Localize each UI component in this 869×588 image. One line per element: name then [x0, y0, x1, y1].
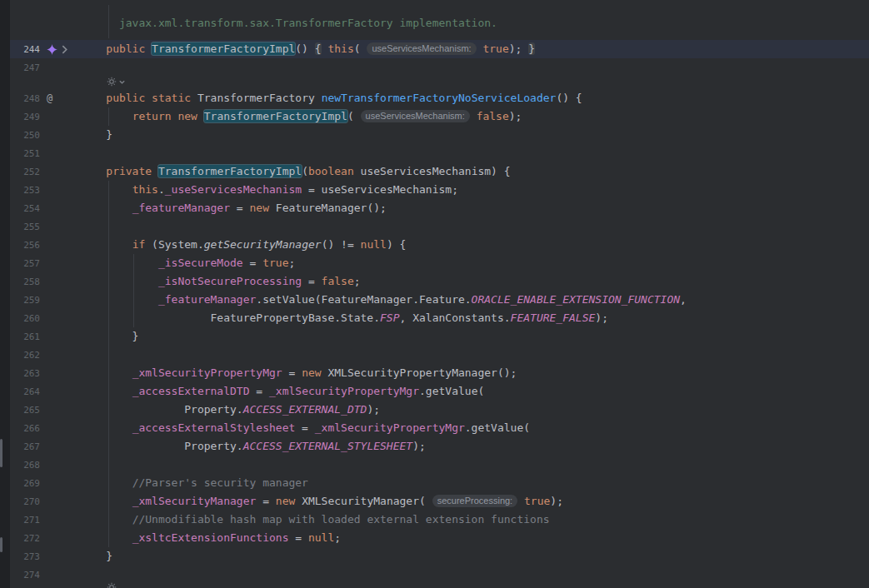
code-text[interactable] — [80, 566, 869, 584]
line-number[interactable]: 249 — [10, 107, 40, 126]
code-text[interactable]: } — [80, 327, 869, 346]
token-text — [145, 42, 152, 55]
line-number[interactable]: 254 — [10, 199, 40, 217]
code-line: 244 public TransformerFactoryImpl() { th… — [0, 40, 869, 58]
gutter-icons — [40, 529, 80, 547]
token-keyword: false — [322, 275, 354, 287]
line-number[interactable] — [10, 77, 40, 89]
code-text[interactable]: _xmlSecurityPropertyMgr = new XMLSecurit… — [80, 364, 869, 382]
fold-collapsed-chevron-icon[interactable] — [61, 45, 68, 54]
line-number[interactable]: 268 — [10, 456, 40, 474]
line-number[interactable]: 256 — [10, 236, 40, 254]
token-text — [80, 17, 119, 29]
code-text[interactable]: _accessExternalDTD = _xmlSecurityPropert… — [80, 382, 869, 401]
token-text: ); — [509, 110, 522, 122]
line-number[interactable]: 252 — [10, 162, 40, 181]
code-text[interactable]: _xmlSecurityManager = new XMLSecurityMan… — [80, 492, 869, 511]
line-number[interactable]: 264 — [10, 382, 40, 401]
code-text[interactable]: this._useServicesMechanism = useServices… — [80, 181, 869, 199]
code-text[interactable]: } — [80, 547, 869, 566]
line-number[interactable]: 251 — [10, 144, 40, 162]
code-text[interactable]: _xsltcExtensionFunctions = null; — [80, 529, 869, 547]
token-field: _useServicesMechanism — [165, 183, 302, 196]
token-text — [145, 92, 152, 104]
line-number[interactable]: 250 — [10, 126, 40, 144]
code-text[interactable]: _isNotSecureProcessing = false; — [80, 272, 869, 291]
parameter-name-hint[interactable]: useServicesMechanism: — [367, 42, 476, 55]
line-number[interactable]: 247 — [10, 58, 40, 77]
line-number[interactable]: 244 — [10, 40, 40, 58]
code-text[interactable] — [80, 346, 869, 364]
line-number[interactable]: 266 — [10, 419, 40, 437]
code-text[interactable]: _accessExternalStylesheet = _xmlSecurity… — [80, 419, 869, 437]
line-number[interactable]: 257 — [10, 254, 40, 272]
code-line: 267 Property.ACCESS_EXTERNAL_STYLESHEET)… — [0, 437, 869, 456]
code-text[interactable] — [80, 77, 869, 89]
line-number[interactable]: 253 — [10, 181, 40, 199]
token-text: ( — [302, 165, 308, 177]
code-text[interactable]: //Parser's security manager — [80, 474, 869, 492]
code-text[interactable]: _featureManager.setValue(FeatureManager.… — [80, 291, 869, 309]
gutter-icons — [40, 107, 80, 126]
fold-placeholder-brace[interactable]: { — [315, 42, 322, 55]
line-number[interactable]: 273 — [10, 547, 40, 566]
code-text[interactable]: Property.ACCESS_EXTERNAL_DTD); — [80, 401, 869, 419]
line-number[interactable]: 267 — [10, 437, 40, 456]
code-text[interactable]: _featureManager = new FeatureManager(); — [80, 199, 869, 217]
code-text[interactable]: private TransformerFactoryImpl(boolean u… — [80, 162, 869, 181]
code-editor[interactable]: javax.xml.transform.sax.TransformerFacto… — [0, 0, 869, 588]
token-keyword: true — [482, 42, 508, 55]
code-text[interactable]: javax.xml.transform.sax.TransformerFacto… — [80, 14, 869, 32]
line-number[interactable]: 248 — [10, 89, 40, 107]
code-text[interactable]: _isSecureMode = true; — [80, 254, 869, 272]
highlighted-identifier: TransformerFactoryImpl — [152, 42, 295, 55]
token-text: ; — [354, 275, 361, 287]
annotation-at-icon[interactable]: @ — [47, 93, 52, 103]
line-number[interactable]: 262 — [10, 346, 40, 364]
code-text[interactable]: FeaturePropertyBase.State.FSP, XalanCons… — [80, 309, 869, 327]
code-text[interactable]: //Unmodifiable hash map with loaded exte… — [80, 511, 869, 529]
code-lines[interactable]: javax.xml.transform.sax.TransformerFacto… — [0, 0, 869, 584]
ai-sparkle-gutter-icon[interactable] — [47, 44, 57, 55]
token-field: _isNotSecureProcessing — [158, 275, 302, 287]
token-keyword: if — [132, 238, 146, 251]
parameter-name-hint[interactable]: secureProcessing: — [432, 495, 518, 507]
code-text[interactable] — [80, 144, 869, 162]
code-text[interactable]: } — [80, 126, 869, 144]
code-line: 254 _featureManager = new FeatureManager… — [0, 199, 869, 217]
code-text[interactable]: return new TransformerFactoryImpl( useSe… — [80, 107, 869, 126]
token-text: () != — [322, 238, 361, 251]
line-number[interactable]: 259 — [10, 291, 40, 309]
code-text[interactable] — [80, 456, 869, 474]
code-vision-widget[interactable] — [107, 582, 117, 588]
line-number[interactable]: 269 — [10, 474, 40, 492]
line-number[interactable]: 271 — [10, 511, 40, 529]
line-number[interactable]: 270 — [10, 492, 40, 511]
fold-placeholder-brace[interactable]: } — [528, 42, 535, 55]
code-text[interactable]: public TransformerFactoryImpl() { this( … — [80, 40, 869, 58]
code-text[interactable]: public static TransformerFactory newTran… — [80, 89, 869, 107]
line-number[interactable]: 265 — [10, 401, 40, 419]
line-number[interactable]: 274 — [10, 566, 40, 584]
token-constant: FEATURE_FALSE — [511, 311, 596, 324]
line-number[interactable]: 261 — [10, 327, 40, 346]
token-text — [80, 476, 132, 489]
code-text[interactable] — [80, 58, 869, 77]
code-text[interactable] — [80, 217, 869, 236]
code-text[interactable]: if (System.getSecurityManager() != null)… — [80, 236, 869, 254]
line-number[interactable]: 258 — [10, 272, 40, 291]
gutter-icons — [40, 492, 80, 511]
line-number[interactable]: 260 — [10, 309, 40, 327]
parameter-name-hint[interactable]: useServicesMechanism: — [361, 110, 470, 122]
line-number[interactable]: 255 — [10, 217, 40, 236]
line-number[interactable] — [10, 32, 40, 32]
line-number[interactable]: 272 — [10, 529, 40, 547]
code-text[interactable]: Property.ACCESS_EXTERNAL_STYLESHEET); — [80, 437, 869, 456]
token-field: _isSecureMode — [158, 257, 243, 269]
gutter-icons — [40, 162, 80, 181]
code-line: 273 } — [0, 547, 869, 566]
token-text: ); — [367, 403, 380, 416]
line-number[interactable]: 263 — [10, 364, 40, 382]
code-vision-widget[interactable] — [107, 77, 126, 87]
code-line: 248@ public static TransformerFactory ne… — [0, 89, 869, 107]
